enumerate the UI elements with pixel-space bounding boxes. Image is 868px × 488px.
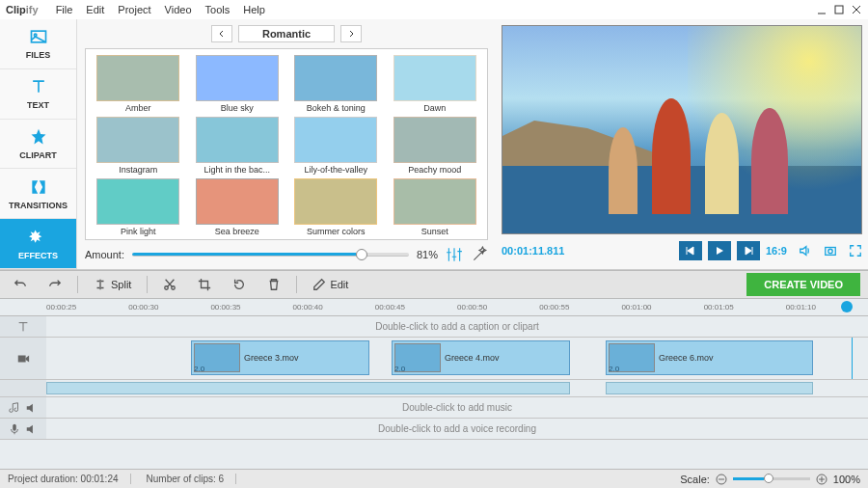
timeline-toolbar: Split Edit CREATE VIDEO xyxy=(0,270,868,299)
main-menu: File Edit Project Video Tools Help xyxy=(56,4,265,15)
effect-item[interactable]: Instagram xyxy=(92,117,185,175)
sidebar-label: TRANSITIONS xyxy=(9,201,68,210)
svg-point-5 xyxy=(828,249,832,253)
voice-hint[interactable]: Double-click to add a voice recording xyxy=(46,423,868,434)
effect-item[interactable]: Lily-of-the-valley xyxy=(289,117,383,175)
effect-item[interactable]: Sunset xyxy=(389,178,482,236)
voice-track-header[interactable] xyxy=(0,419,46,439)
redo-button[interactable] xyxy=(42,276,68,293)
zoom-in-icon[interactable] xyxy=(816,474,827,485)
category-prev-button[interactable] xyxy=(211,25,232,42)
status-bar: Project duration: 00:01:24 Number of cli… xyxy=(0,469,868,488)
volume-icon[interactable] xyxy=(799,244,812,258)
caption-hint[interactable]: Double-click to add a caption or clipart xyxy=(46,321,868,332)
timeline-clip[interactable]: Greece 6.mov2.0 xyxy=(606,340,813,375)
cut-button[interactable] xyxy=(157,276,182,293)
text-track-header[interactable] xyxy=(0,316,46,337)
clip-count: Number of clips: 6 xyxy=(147,474,237,484)
amount-slider[interactable] xyxy=(132,253,409,257)
video-track[interactable]: Greece 3.mov2.0 Greece 4.mov2.0 Greece 6… xyxy=(46,338,868,379)
scale-value: 100% xyxy=(833,474,860,485)
effect-item[interactable]: Bokeh & toning xyxy=(289,55,383,113)
sidebar-label: FILES xyxy=(26,50,51,60)
effect-item[interactable]: Dawn xyxy=(389,55,482,113)
app-logo: Clipify xyxy=(6,4,39,15)
fullscreen-icon[interactable] xyxy=(849,244,862,258)
split-button[interactable]: Split xyxy=(88,276,137,293)
effect-item[interactable]: Pink light xyxy=(92,178,185,236)
menu-file[interactable]: File xyxy=(56,4,73,15)
prev-button[interactable] xyxy=(679,241,702,260)
preview-image xyxy=(502,25,862,234)
svg-rect-9 xyxy=(13,423,16,430)
playhead[interactable] xyxy=(852,338,853,379)
category-next-button[interactable] xyxy=(340,25,362,42)
effects-grid: Amber Blue sky Bokeh & toning Dawn Insta… xyxy=(85,48,488,240)
effect-item[interactable]: Peachy mood xyxy=(389,117,482,175)
category-title: Romantic xyxy=(238,25,335,42)
project-duration: Project duration: 00:01:24 xyxy=(8,474,131,484)
amount-label: Amount: xyxy=(85,249,124,260)
timeline-ruler[interactable]: 00:00:25 00:00:30 00:00:35 00:00:40 00:0… xyxy=(0,299,868,316)
effects-panel: Romantic Amber Blue sky Bokeh & toning D… xyxy=(77,19,496,269)
sidebar-label: CLIPART xyxy=(19,150,56,160)
menu-edit[interactable]: Edit xyxy=(86,4,104,15)
sidebar-item-transitions[interactable]: TRANSITIONS xyxy=(0,169,76,219)
music-hint[interactable]: Double-click to add music xyxy=(46,402,868,413)
sidebar-item-clipart[interactable]: CLIPART xyxy=(0,120,76,170)
undo-button[interactable] xyxy=(8,276,33,293)
scale-slider[interactable] xyxy=(733,477,810,480)
sidebar-label: TEXT xyxy=(27,100,49,110)
crop-button[interactable] xyxy=(192,276,217,293)
timeline-clip[interactable]: Greece 4.mov2.0 xyxy=(392,340,570,375)
wand-icon[interactable] xyxy=(471,246,488,263)
create-video-button[interactable]: CREATE VIDEO xyxy=(746,273,860,296)
zoom-track-header[interactable] xyxy=(0,380,46,396)
play-button[interactable] xyxy=(708,241,731,260)
preview-time: 00:01:11.811 xyxy=(502,245,564,257)
effect-item[interactable]: Amber xyxy=(92,55,185,113)
preview-panel: 00:01:11.811 16:9 xyxy=(496,19,868,269)
title-bar: Clipify File Edit Project Video Tools He… xyxy=(0,0,868,19)
timeline-clip[interactable]: Greece 3.mov2.0 xyxy=(191,340,369,375)
maximize-icon[interactable] xyxy=(833,4,845,15)
next-button[interactable] xyxy=(737,241,760,260)
sidebar-label: EFFECTS xyxy=(18,251,58,260)
menu-tools[interactable]: Tools xyxy=(205,4,231,15)
menu-project[interactable]: Project xyxy=(118,4,150,15)
edit-button[interactable]: Edit xyxy=(307,276,354,293)
aspect-ratio[interactable]: 16:9 xyxy=(766,245,787,257)
sidebar-item-effects[interactable]: EFFECTS xyxy=(0,219,76,269)
rotate-button[interactable] xyxy=(227,276,252,293)
menu-video[interactable]: Video xyxy=(165,4,192,15)
close-icon[interactable] xyxy=(851,4,862,15)
zoom-out-icon[interactable] xyxy=(716,474,727,485)
zoom-segment[interactable] xyxy=(46,382,570,394)
snapshot-icon[interactable] xyxy=(824,244,837,258)
sidebar-item-text[interactable]: TEXT xyxy=(0,69,76,120)
left-sidebar: FILES TEXT CLIPART TRANSITIONS EFFECTS xyxy=(0,19,77,269)
zoom-segment[interactable] xyxy=(606,382,813,394)
timeline: Double-click to add a caption or clipart… xyxy=(0,316,868,469)
music-track-header[interactable] xyxy=(0,397,46,418)
sidebar-item-files[interactable]: FILES xyxy=(0,19,76,69)
video-track-header[interactable] xyxy=(0,338,46,379)
svg-rect-8 xyxy=(18,355,26,362)
effect-item[interactable]: Summer colors xyxy=(289,178,383,236)
minimize-icon[interactable] xyxy=(816,4,827,15)
effect-item[interactable]: Sea breeze xyxy=(191,178,285,236)
delete-button[interactable] xyxy=(261,276,286,293)
menu-help[interactable]: Help xyxy=(243,4,265,15)
equalizer-icon[interactable] xyxy=(446,246,463,263)
ruler-end-marker[interactable] xyxy=(841,301,853,312)
effect-item[interactable]: Blue sky xyxy=(191,55,285,113)
amount-value: 81% xyxy=(417,249,438,260)
scale-label: Scale: xyxy=(680,474,710,485)
svg-rect-1 xyxy=(835,6,843,14)
effect-item[interactable]: Light in the bac... xyxy=(191,117,285,175)
